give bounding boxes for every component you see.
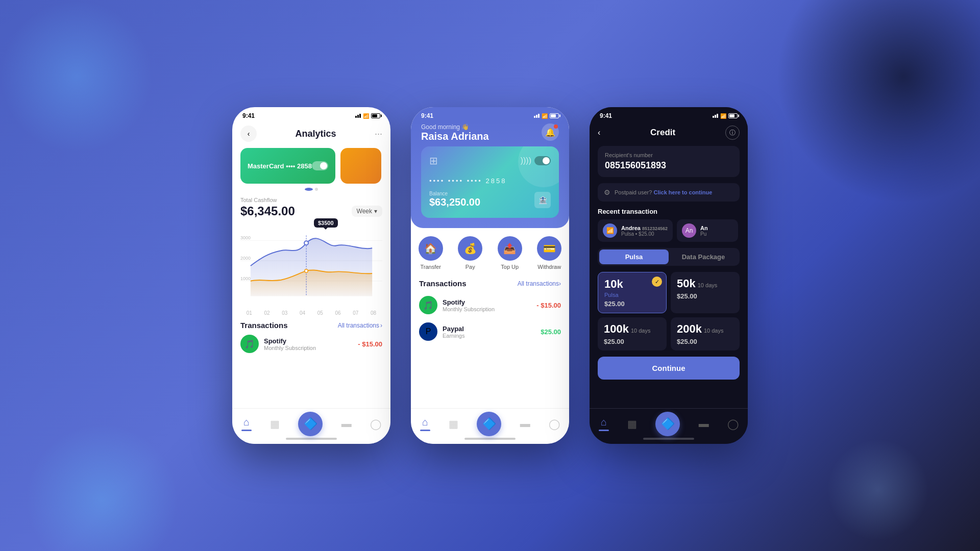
nav-chart-1[interactable]: ▦ — [270, 418, 280, 430]
spotify-icon-1: 🎵 — [240, 335, 259, 353]
nav-profile-3[interactable]: ◯ — [727, 418, 739, 430]
nav-card-1[interactable]: ▬ — [341, 418, 352, 430]
tx-paypal-2[interactable]: P Paypal Earnings $25.00 — [419, 318, 561, 345]
transactions-section-2: Transactions All transactions › 🎵 Spotif… — [411, 274, 569, 350]
time-3: 9:41 — [600, 112, 612, 119]
card-name: MasterCard •••• 2858 — [248, 162, 312, 170]
status-bar-1: 9:41 📶 — [232, 107, 390, 121]
rtx-type-1: Pulsa • $25.00 — [621, 231, 668, 237]
notif-badge — [554, 124, 558, 129]
nav-home-3[interactable]: ⌂ — [599, 416, 609, 431]
fab-icon-2: 🔷 — [482, 417, 496, 431]
nav-card-3[interactable]: ▬ — [699, 418, 709, 430]
tab-pulsa[interactable]: Pulsa — [599, 249, 669, 264]
cashflow-header: $6,345.00 Week ▾ — [240, 204, 382, 218]
back-button[interactable]: ‹ — [240, 126, 257, 142]
nav-home-2[interactable]: ⌂ — [420, 416, 430, 431]
card-icon-1: ▬ — [341, 418, 352, 430]
nav-profile-1[interactable]: ◯ — [370, 418, 381, 430]
recent-tx-title: Recent transaction — [598, 208, 740, 215]
card-nfc-toggle: )))) — [521, 156, 551, 165]
pkg-price-3: $25.00 — [604, 338, 660, 345]
all-transactions-link-1[interactable]: All transactions › — [338, 322, 382, 329]
pkg-size-3: 100k — [604, 322, 629, 336]
nav-home-1[interactable]: ⌂ — [241, 416, 252, 431]
dot-2 — [315, 188, 318, 191]
nav-fab-1[interactable]: 🔷 — [298, 412, 323, 436]
card-number: •••• •••• •••• 2858 — [429, 177, 551, 185]
credit-title: Credit — [650, 128, 675, 138]
package-50k[interactable]: 50k 10 days $25.00 — [671, 272, 740, 313]
credit-card[interactable]: ⊞ )))) •••• •••• •••• 2858 Balance $63,2… — [421, 146, 559, 218]
card-balance: $63,250.00 — [429, 196, 480, 208]
withdraw-icon: 💳 — [537, 236, 561, 261]
transaction-spotify-1[interactable]: 🎵 Spotify Monthly Subscription - $15.00 — [240, 330, 382, 358]
card-toggle-2[interactable] — [534, 156, 551, 165]
chart-icon-3: ▦ — [627, 418, 637, 430]
card-toggle[interactable] — [312, 161, 328, 170]
recipient-number: 085156051893 — [605, 160, 732, 171]
recent-tx-1[interactable]: 📶 Andrea 8512324562 Pulsa • $25.00 — [598, 219, 673, 242]
package-200k[interactable]: 200k 10 days $25.00 — [671, 317, 740, 350]
nav-fab-2[interactable]: 🔷 — [477, 412, 501, 436]
nav-chart-2[interactable]: ▦ — [449, 418, 458, 430]
recipient-section: Recipient's number 085156051893 — [598, 146, 740, 177]
pkg-duration-4: 10 days — [704, 328, 724, 334]
package-100k[interactable]: 100k 10 days $25.00 — [598, 317, 667, 350]
tx-amount-paypal-2: $25.00 — [541, 328, 561, 336]
pay-label: Pay — [465, 264, 475, 270]
nav-profile-2[interactable]: ◯ — [549, 418, 560, 430]
continue-button[interactable]: Continue — [598, 357, 740, 380]
cashflow-label: Total Cashflow — [240, 197, 382, 203]
pkg-duration-2: 10 days — [698, 282, 718, 288]
tx-info-paypal-2: Paypal Earnings — [443, 325, 535, 339]
action-withdraw[interactable]: 💳 Withdraw — [537, 236, 561, 270]
wifi-icon-1: 📶 — [363, 113, 369, 119]
battery-icon-3 — [728, 113, 738, 118]
package-10k[interactable]: 10k Pulsa $25.00 ✓ — [598, 272, 667, 313]
chart-container: $3500 3000 2000 1000 — [232, 218, 390, 310]
chart-icon-2: ▦ — [449, 418, 458, 430]
status-bar-3: 9:41 📶 — [590, 107, 748, 121]
info-button[interactable]: ⓘ — [725, 126, 740, 140]
tab-data-package[interactable]: Data Package — [669, 249, 738, 264]
week-filter[interactable]: Week ▾ — [352, 206, 382, 217]
signal-icon-3 — [713, 114, 718, 118]
svg-point-8 — [305, 241, 308, 244]
nav-fab-3[interactable]: 🔷 — [655, 412, 680, 436]
action-topup[interactable]: 📤 Top Up — [498, 236, 522, 270]
all-tx-2[interactable]: All transactions › — [518, 280, 561, 287]
topup-label: Top Up — [501, 264, 519, 270]
greeting-row: Good morning 👋 Raisa Adriana 🔔 — [421, 121, 559, 146]
time-1: 9:41 — [242, 112, 255, 119]
card-icon-3: ▬ — [699, 418, 709, 430]
postpaid-text: Postpaid user? Click here to continue — [615, 189, 712, 195]
recent-tx-2[interactable]: An An Pu — [677, 219, 738, 242]
phone-dashboard: 9:41 📶 Good morning 👋 — [411, 107, 569, 444]
home-indicator-3 — [643, 438, 694, 440]
credit-back-button[interactable]: ‹ — [598, 128, 600, 137]
nav-card-2[interactable]: ▬ — [520, 418, 530, 430]
transactions-section-1: Transactions All transactions › 🎵 Spotif… — [232, 316, 390, 358]
recipient-label: Recipient's number — [605, 152, 732, 158]
wifi-icon-3: 📶 — [720, 113, 726, 119]
pkg-size-4: 200k — [677, 322, 702, 336]
spotify-icon-2: 🎵 — [419, 296, 437, 314]
pkg-size-1: 10k — [604, 278, 623, 291]
transfer-icon: 🏠 — [419, 236, 443, 261]
second-card[interactable] — [340, 148, 381, 184]
notification-button[interactable]: 🔔 — [542, 123, 559, 141]
cards-scroll: MasterCard •••• 2858 — [232, 148, 390, 184]
more-button[interactable]: ··· — [375, 129, 382, 139]
phones-container: 9:41 📶 ‹ Analytics ··· — [232, 107, 748, 444]
transactions-header-1: Transactions All transactions › — [240, 321, 382, 330]
action-pay[interactable]: 💰 Pay — [458, 236, 482, 270]
tx-spotify-2[interactable]: 🎵 Spotify Monthly Subscription - $15.00 — [419, 292, 561, 318]
postpaid-link[interactable]: Click here to continue — [653, 189, 712, 195]
rtx-type-2: Pu — [700, 231, 708, 237]
action-transfer[interactable]: 🏠 Transfer — [419, 236, 443, 270]
rtx-avatar-2: An — [682, 223, 696, 238]
nav-chart-3[interactable]: ▦ — [627, 418, 637, 430]
rtx-info-1: Andrea 8512324562 Pulsa • $25.00 — [621, 225, 668, 237]
mastercard-card[interactable]: MasterCard •••• 2858 — [240, 148, 335, 184]
